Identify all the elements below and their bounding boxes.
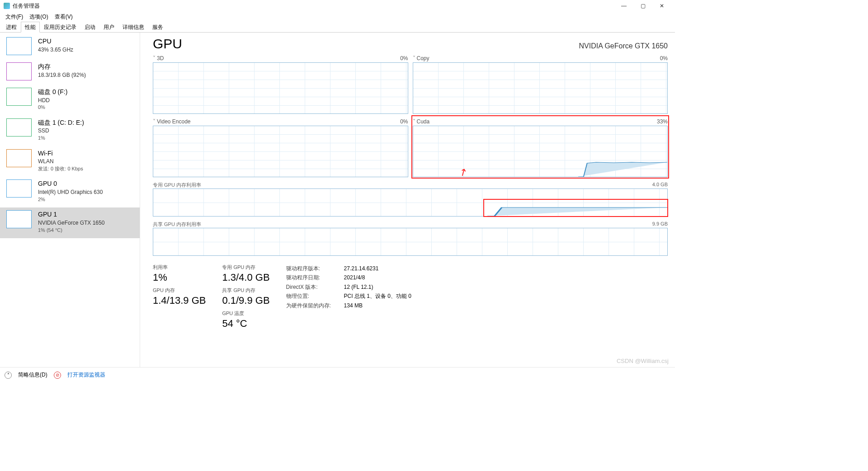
sidebar-item-sub1: WLAN [38,158,83,165]
thumb-icon [6,118,32,137]
chart-copy [413,62,668,114]
dedicated-label: 专用 GPU 内存 [222,264,269,271]
kv-value: 134 MB [344,301,363,310]
chart-label-3d: 3D [157,55,164,61]
tab-performance[interactable]: 性能 [21,22,40,33]
kv-value: 2021/4/8 [344,273,365,282]
sidebar-item-title: Wi-Fi [38,149,83,158]
tab-services[interactable]: 服务 [148,22,167,32]
dedicated-value: 1.3/4.0 GB [222,272,269,283]
sidebar-item-sub1: NVIDIA GeForce GTX 1650 [38,219,104,227]
chart-label-video-encode: Video Encode [157,118,191,125]
footer: ˄ 简略信息(D) ⊘ 打开资源监视器 [0,367,675,382]
menu-view[interactable]: 查看(V) [52,12,75,22]
temp-value: 54 °C [222,318,269,330]
page-title: GPU [153,36,182,52]
gpu-mem-value: 1.4/13.9 GB [153,295,206,306]
sidebar-item-sub1: 18.3/19.8 GB (92%) [38,71,86,79]
sidebar-item--[interactable]: 内存 18.3/19.8 GB (92%) [0,60,140,85]
sidebar-item-title: CPU [38,37,73,46]
window-title: 任务管理器 [13,2,40,10]
sidebar-item--0-f-[interactable]: 磁盘 0 (F:) HDD 0% [0,85,140,116]
sidebar-item-cpu[interactable]: CPU 43% 3.65 GHz [0,34,140,60]
sidebar-item-title: 磁盘 0 (F:) [38,88,67,97]
sidebar-item-title: 磁盘 1 (C: D: E:) [38,118,84,127]
brief-info-link[interactable]: 简略信息(D) [18,371,47,379]
shared-value: 0.1/9.9 GB [222,295,269,306]
chart-3d [153,62,408,114]
thumb-icon [6,88,32,106]
main-panel: GPU NVIDIA GeForce GTX 1650 ˅3D0% ˅Copy0… [140,33,675,367]
tab-startup[interactable]: 启动 [80,22,99,32]
tab-processes[interactable]: 进程 [2,22,21,32]
close-button[interactable]: ✕ [652,0,671,11]
maximize-button[interactable]: ▢ [633,0,652,11]
chart-pct-video-encode: 0% [400,118,408,125]
resmon-icon[interactable]: ⊘ [54,372,61,379]
chart-label-cuda: Cuda [417,118,430,125]
app-icon [4,3,10,9]
chart-pct-copy: 0% [660,55,668,61]
dedicated-mem-max: 4.0 GB [652,182,668,188]
kv-key: 物理位置: [286,292,336,301]
chevron-down-icon[interactable]: ˅ [153,118,156,125]
chart-video-encode [153,126,408,177]
shared-label: 共享 GPU 内存 [222,287,269,294]
titlebar: 任务管理器 — ▢ ✕ [0,0,675,12]
open-resmon-link[interactable]: 打开资源监视器 [67,371,105,379]
util-value: 1% [153,272,206,283]
tabbar: 进程 性能 应用历史记录 启动 用户 详细信息 服务 [0,22,675,33]
stats-block: 利用率 1% GPU 内存 1.4/13.9 GB 专用 GPU 内存 1.3/… [153,264,668,333]
menu-file[interactable]: 文件(F) [3,12,26,22]
sidebar-item-sub2: 0% [38,104,67,111]
kv-key: 驱动程序日期: [286,273,336,282]
menubar: 文件(F) 选项(O) 查看(V) [0,12,675,22]
kv-key: 为硬件保留的内存: [286,301,336,310]
minimize-button[interactable]: — [614,0,633,11]
chevron-down-icon[interactable]: ˅ [413,55,415,61]
chart-label-copy: Copy [417,55,429,61]
sidebar-item--1-c-d-e-[interactable]: 磁盘 1 (C: D: E:) SSD 1% [0,116,140,146]
device-name: NVIDIA GeForce GTX 1650 [579,42,668,50]
chart-cuda [413,126,668,177]
tab-users[interactable]: 用户 [99,22,118,32]
sidebar-item-sub2: 1% [38,135,84,141]
sidebar-item-sub2: 2% [38,196,103,203]
shared-mem-label: 共享 GPU 内存利用率 [153,221,201,228]
kv-value: 27.21.14.6231 [344,264,379,273]
thumb-icon [6,179,32,198]
driver-info: 驱动程序版本:27.21.14.6231驱动程序日期:2021/4/8Direc… [286,264,411,333]
sidebar-item-sub1: SSD [38,127,84,135]
thumb-icon [6,37,32,55]
tab-app-history[interactable]: 应用历史记录 [40,22,80,32]
sidebar-item-wi-fi[interactable]: Wi-Fi WLAN 发送: 0 接收: 0 Kbps [0,146,140,177]
tab-details[interactable]: 详细信息 [118,22,148,32]
chart-dedicated-mem [153,188,668,217]
sidebar-item-sub1: Intel(R) UHD Graphics 630 [38,188,103,196]
chart-pct-3d: 0% [400,55,408,61]
menu-options[interactable]: 选项(O) [27,12,51,22]
kv-value: PCI 总线 1、设备 0、功能 0 [344,292,411,301]
shared-mem-max: 9.9 GB [652,221,668,228]
collapse-icon[interactable]: ˄ [5,372,12,379]
gpu-mem-label: GPU 内存 [153,287,206,294]
chevron-down-icon[interactable]: ˅ [153,55,156,61]
temp-label: GPU 温度 [222,310,269,317]
sidebar-item-title: GPU 1 [38,210,104,219]
sidebar-item-sub1: 43% 3.65 GHz [38,46,73,54]
sidebar-item-gpu-1[interactable]: GPU 1 NVIDIA GeForce GTX 1650 1% (54 °C) [0,207,140,238]
sidebar-item-gpu-0[interactable]: GPU 0 Intel(R) UHD Graphics 630 2% [0,177,140,207]
thumb-icon [6,210,32,228]
thumb-icon [6,62,32,80]
chart-pct-cuda: 33% [657,118,668,125]
chart-shared-mem [153,228,668,256]
kv-key: 驱动程序版本: [286,264,336,273]
sidebar-item-sub2: 发送: 0 接收: 0 Kbps [38,165,83,172]
watermark: CSDN @William.csj [617,358,669,364]
sidebar-item-title: 内存 [38,62,86,71]
util-label: 利用率 [153,264,206,271]
kv-key: DirectX 版本: [286,283,336,292]
chevron-down-icon[interactable]: ˅ [413,118,415,125]
dedicated-mem-label: 专用 GPU 内存利用率 [153,182,201,188]
sidebar: CPU 43% 3.65 GHz 内存 18.3/19.8 GB (92%) 磁… [0,33,140,367]
